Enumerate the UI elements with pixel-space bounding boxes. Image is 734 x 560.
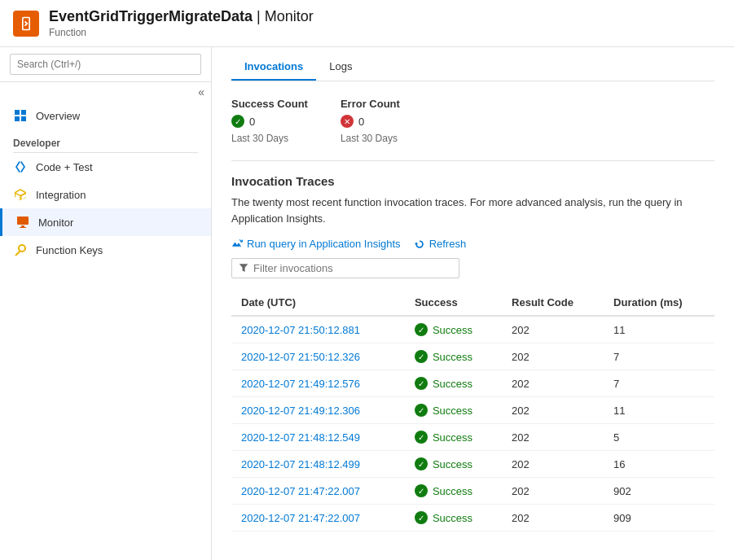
row-date: 2020-12-07 21:50:12.326	[231, 343, 405, 370]
date-link[interactable]: 2020-12-07 21:48:12.549	[241, 431, 360, 444]
trace-table-header: Date (UTC) Success Result Code Duration …	[231, 290, 714, 316]
row-result-code: 202	[502, 370, 604, 397]
row-success-icon: ✓	[415, 404, 428, 417]
error-count-icon: ✕	[341, 115, 354, 128]
date-link[interactable]: 2020-12-07 21:47:22.007	[241, 512, 360, 524]
row-result-code: 202	[502, 478, 604, 505]
row-success-icon: ✓	[415, 377, 428, 390]
sidebar-item-integration[interactable]: Integration	[0, 181, 211, 208]
sidebar-item-integration-label: Integration	[36, 189, 86, 201]
row-success-text: Success	[433, 431, 472, 444]
sidebar-item-monitor[interactable]: Monitor	[0, 208, 211, 236]
sidebar: « Overview Developer Code + Test Integra…	[0, 47, 212, 560]
row-success-text: Success	[433, 458, 472, 470]
row-duration: 5	[604, 424, 714, 451]
sidebar-item-function-keys-label: Function Keys	[36, 244, 103, 256]
row-success-text: Success	[433, 512, 472, 524]
row-success: ✓Success	[405, 316, 502, 343]
error-count-label: Error Count	[341, 98, 400, 110]
filter-bar	[231, 258, 459, 278]
date-link[interactable]: 2020-12-07 21:50:12.326	[241, 351, 360, 363]
success-count-sub: Last 30 Days	[231, 133, 308, 144]
row-success-text: Success	[433, 351, 472, 363]
row-success: ✓Success	[405, 370, 502, 397]
invocation-traces-title: Invocation Traces	[231, 174, 714, 188]
integration-icon	[13, 187, 28, 202]
success-count-label: Success Count	[231, 98, 308, 110]
date-link[interactable]: 2020-12-07 21:48:12.499	[241, 458, 360, 470]
date-link[interactable]: 2020-12-07 21:50:12.881	[241, 324, 360, 336]
collapse-button[interactable]: «	[198, 85, 204, 98]
header-subtitle: Function	[49, 27, 314, 38]
invocation-traces-desc-text: The twenty most recent function invocati…	[231, 196, 683, 225]
monitor-icon	[15, 215, 30, 230]
table-row: 2020-12-07 21:49:12.306✓Success20211	[231, 397, 714, 424]
trace-table-body: 2020-12-07 21:50:12.881✓Success202112020…	[231, 316, 714, 532]
date-link[interactable]: 2020-12-07 21:49:12.576	[241, 378, 360, 390]
sidebar-search-container	[0, 47, 211, 82]
table-row: 2020-12-07 21:49:12.576✓Success2027	[231, 370, 714, 397]
code-icon	[13, 160, 28, 174]
key-icon	[13, 243, 28, 257]
col-success: Success	[405, 290, 502, 316]
row-success-text: Success	[433, 378, 472, 390]
sidebar-item-overview[interactable]: Overview	[0, 102, 211, 129]
row-success-icon: ✓	[415, 457, 428, 470]
svg-rect-2	[20, 227, 26, 228]
tab-logs[interactable]: Logs	[316, 54, 365, 81]
header-text: EventGridTriggerMigrateData | Monitor Fu…	[49, 8, 314, 38]
table-row: 2020-12-07 21:47:22.007✓Success202902	[231, 478, 714, 505]
run-query-button[interactable]: Run query in Application Insights	[231, 238, 401, 250]
success-count-icon: ✓	[231, 115, 244, 128]
table-header-row: Date (UTC) Success Result Code Duration …	[231, 290, 714, 316]
invocation-traces-desc: The twenty most recent function invocati…	[231, 195, 714, 226]
row-success: ✓Success	[405, 505, 502, 532]
overview-icon	[13, 108, 28, 123]
date-link[interactable]: 2020-12-07 21:47:22.007	[241, 485, 360, 497]
svg-rect-0	[17, 217, 29, 225]
row-success-icon: ✓	[415, 511, 428, 524]
main-layout: « Overview Developer Code + Test Integra…	[0, 47, 734, 560]
row-success: ✓Success	[405, 397, 502, 424]
error-count-block: Error Count ✕ 0 Last 30 Days	[341, 98, 400, 144]
error-count-value: ✕ 0	[341, 115, 400, 128]
row-date: 2020-12-07 21:47:22.007	[231, 505, 405, 532]
table-row: 2020-12-07 21:50:12.881✓Success20211	[231, 316, 714, 343]
row-success: ✓Success	[405, 478, 502, 505]
row-duration: 16	[604, 451, 714, 478]
row-duration: 902	[604, 478, 714, 505]
title-separator: |	[257, 8, 265, 24]
refresh-icon	[414, 238, 425, 250]
search-input[interactable]	[10, 54, 201, 75]
col-result-code: Result Code	[502, 290, 604, 316]
row-duration: 7	[604, 343, 714, 370]
row-result-code: 202	[502, 343, 604, 370]
success-count-value: ✓ 0	[231, 115, 308, 128]
row-result-code: 202	[502, 451, 604, 478]
col-date: Date (UTC)	[231, 290, 405, 316]
app-header: EventGridTriggerMigrateData | Monitor Fu…	[0, 0, 734, 47]
trace-table: Date (UTC) Success Result Code Duration …	[231, 290, 714, 532]
row-duration: 7	[604, 370, 714, 397]
run-query-icon	[231, 238, 243, 250]
refresh-button[interactable]: Refresh	[414, 238, 467, 250]
row-duration: 11	[604, 316, 714, 343]
date-link[interactable]: 2020-12-07 21:49:12.306	[241, 405, 360, 417]
row-duration: 909	[604, 505, 714, 532]
filter-input[interactable]	[253, 262, 452, 274]
row-success: ✓Success	[405, 451, 502, 478]
row-result-code: 202	[502, 316, 604, 343]
row-duration: 11	[604, 397, 714, 424]
actions-row: Run query in Application Insights Refres…	[231, 238, 714, 250]
row-result-code: 202	[502, 424, 604, 451]
row-date: 2020-12-07 21:48:12.549	[231, 424, 405, 451]
stats-row: Success Count ✓ 0 Last 30 Days Error Cou…	[231, 98, 714, 144]
app-icon	[13, 11, 39, 37]
sidebar-item-code-test[interactable]: Code + Test	[0, 153, 211, 181]
function-name: EventGridTriggerMigrateData	[49, 8, 253, 24]
stats-divider	[231, 160, 714, 161]
row-result-code: 202	[502, 397, 604, 424]
tab-invocations[interactable]: Invocations	[231, 54, 316, 81]
sidebar-item-function-keys[interactable]: Function Keys	[0, 236, 211, 264]
run-query-label: Run query in Application Insights	[247, 238, 401, 250]
